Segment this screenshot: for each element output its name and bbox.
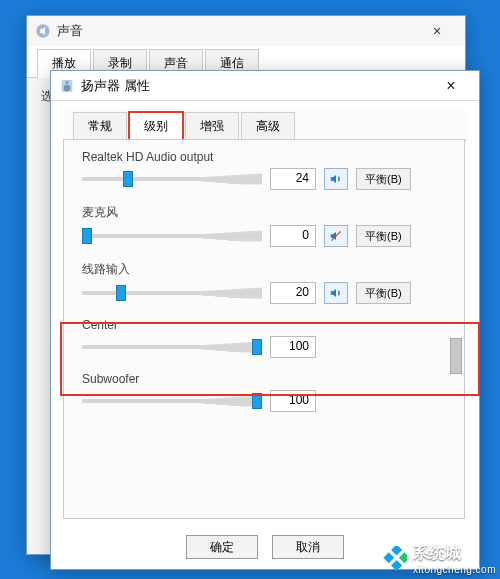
- level-group: 线路输入20平衡(B): [82, 261, 444, 304]
- group-label: Center: [82, 318, 444, 332]
- speaker-properties-window: 扬声器 属性 × 常规 级别 增强 高级 Realtek HD Audio ou…: [50, 70, 480, 570]
- slider-thumb[interactable]: [252, 339, 262, 355]
- group-label: 线路输入: [82, 261, 444, 278]
- speaker-title: 扬声器 属性: [81, 77, 431, 95]
- cancel-button[interactable]: 取消: [272, 535, 344, 559]
- volume-value[interactable]: 24: [270, 168, 316, 190]
- tab-advanced[interactable]: 高级: [241, 112, 295, 141]
- levels-panel: Realtek HD Audio output24平衡(B)麦克风0平衡(B)线…: [63, 139, 465, 519]
- group-row: 100: [82, 390, 444, 412]
- sound-title: 声音: [57, 22, 417, 40]
- watermark: 系统城 xitongcheng.com: [381, 543, 496, 575]
- volume-value[interactable]: 100: [270, 390, 316, 412]
- speaker-titlebar: 扬声器 属性 ×: [51, 71, 479, 101]
- slider-thumb[interactable]: [123, 171, 133, 187]
- watermark-icon: [381, 546, 407, 572]
- balance-button[interactable]: 平衡(B): [356, 225, 411, 247]
- watermark-name: 系统城: [413, 543, 496, 564]
- svg-rect-7: [391, 560, 402, 571]
- speaker-volume-icon[interactable]: [324, 282, 348, 304]
- watermark-url: xitongcheng.com: [413, 564, 496, 575]
- group-row: 24平衡(B): [82, 168, 444, 190]
- tab-enhance[interactable]: 增强: [185, 112, 239, 141]
- balance-button[interactable]: 平衡(B): [356, 168, 411, 190]
- group-row: 0平衡(B): [82, 225, 444, 247]
- group-row: 100: [82, 336, 444, 358]
- speaker-tabs: 常规 级别 增强 高级: [63, 109, 467, 141]
- group-label: Subwoofer: [82, 372, 444, 386]
- svg-rect-5: [391, 546, 402, 555]
- svg-point-2: [64, 84, 71, 91]
- sound-icon: [35, 23, 51, 39]
- level-group: Realtek HD Audio output24平衡(B): [82, 150, 444, 190]
- volume-slider[interactable]: [82, 283, 262, 303]
- volume-slider[interactable]: [82, 391, 262, 411]
- sound-titlebar: 声音 ×: [27, 16, 465, 46]
- level-group: 麦克风0平衡(B): [82, 204, 444, 247]
- level-group: Subwoofer100: [82, 372, 444, 412]
- sound-close-button[interactable]: ×: [417, 23, 457, 39]
- speaker-volume-icon[interactable]: [324, 168, 348, 190]
- svg-rect-8: [399, 552, 407, 563]
- tab-general[interactable]: 常规: [73, 112, 127, 141]
- speaker-close-button[interactable]: ×: [431, 77, 471, 95]
- speaker-icon: [59, 78, 75, 94]
- slider-thumb[interactable]: [252, 393, 262, 409]
- volume-value[interactable]: 100: [270, 336, 316, 358]
- svg-point-3: [66, 81, 69, 84]
- group-row: 20平衡(B): [82, 282, 444, 304]
- group-label: 麦克风: [82, 204, 444, 221]
- volume-slider[interactable]: [82, 337, 262, 357]
- slider-thumb[interactable]: [82, 228, 92, 244]
- scrollbar-thumb[interactable]: [450, 338, 462, 374]
- tab-levels[interactable]: 级别: [129, 112, 183, 141]
- mute-icon[interactable]: [324, 225, 348, 247]
- watermark-text: 系统城 xitongcheng.com: [413, 543, 496, 575]
- slider-thumb[interactable]: [116, 285, 126, 301]
- svg-rect-6: [383, 552, 394, 563]
- ok-button[interactable]: 确定: [186, 535, 258, 559]
- balance-button[interactable]: 平衡(B): [356, 282, 411, 304]
- volume-slider[interactable]: [82, 169, 262, 189]
- volume-slider[interactable]: [82, 226, 262, 246]
- level-group: Center100: [82, 318, 444, 358]
- volume-value[interactable]: 0: [270, 225, 316, 247]
- volume-value[interactable]: 20: [270, 282, 316, 304]
- group-label: Realtek HD Audio output: [82, 150, 444, 164]
